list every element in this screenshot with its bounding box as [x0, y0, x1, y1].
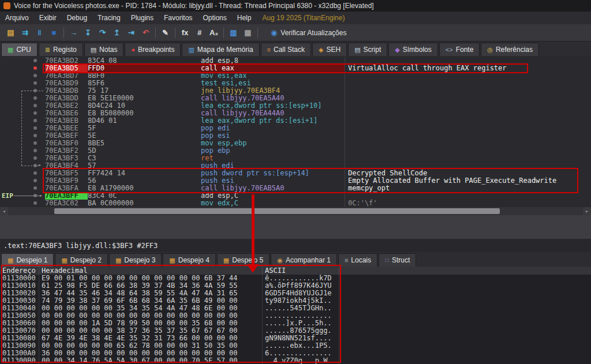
scroll-left-icon[interactable]: ◂ — [0, 207, 8, 215]
tab-breakpoints[interactable]: ●Breakpoints — [125, 43, 181, 56]
calculator-icon[interactable]: ▦ — [241, 26, 255, 40]
open-file-icon[interactable]: ▤ — [3, 26, 18, 40]
dump-tab-despejo-1[interactable]: ▦Despejo 1 — [1, 253, 54, 267]
stop-icon[interactable]: ■ — [47, 26, 61, 40]
step-back-icon[interactable]: ↶ — [139, 26, 153, 40]
disasm-comment — [345, 87, 591, 95]
dump-ascii: ..4.vZZ0g...p_W. — [263, 357, 339, 364]
breakpoint-dot[interactable] — [33, 179, 37, 182]
breakpoint-dot[interactable] — [33, 74, 37, 77]
disasm-comment — [345, 57, 591, 65]
dump-tab-label: Despejo 5 — [232, 256, 263, 264]
menu-plugins[interactable]: Plugins — [126, 14, 159, 22]
dump-tab-despejo-2[interactable]: ▦Despejo 2 — [55, 253, 107, 267]
breakpoint-dot[interactable] — [33, 141, 37, 145]
font-icon[interactable]: A₂ — [207, 26, 221, 40]
check-updates-button[interactable]: ◉ Verificar Atualizações — [266, 28, 351, 37]
breakpoint-dot[interactable] — [33, 194, 37, 197]
tab-script[interactable]: ▤Script — [348, 43, 387, 56]
menu-favoritos[interactable]: Favoritos — [159, 14, 197, 22]
disasm-bytes: 83C4 08 — [88, 57, 201, 65]
menu-exibir[interactable]: Exibir — [34, 14, 62, 22]
breakpoint-dot[interactable] — [33, 104, 37, 107]
scrollbar-track[interactable] — [8, 207, 583, 215]
menu-help[interactable]: Help — [232, 14, 257, 22]
restart-icon[interactable]: ⇉ — [18, 26, 32, 40]
tab-seh[interactable]: ◈SEH — [312, 43, 347, 56]
disasm-gutter — [0, 162, 45, 170]
dump-header-address: Endereço — [0, 267, 39, 275]
tab-fonte[interactable]: <>Fonte — [439, 43, 480, 56]
disasm-instruction: pop ebp — [201, 147, 345, 155]
step-into-icon[interactable]: ↧ — [81, 26, 95, 40]
menu-tracing[interactable]: Tracing — [92, 14, 126, 22]
database-icon[interactable]: ▥ — [226, 26, 241, 40]
breakpoint-dot[interactable] — [33, 81, 37, 85]
tab-registo[interactable]: ≣Registo — [39, 43, 83, 56]
tab-call-stack[interactable]: ≡Call Stack — [261, 43, 311, 56]
disasm-row[interactable]: 70EA3C02BA 0C000000mov edx,C0C:'\f' — [0, 200, 591, 207]
breakpoint-dot[interactable] — [33, 134, 37, 137]
disasm-gutter — [0, 177, 45, 185]
breakpoint-dot[interactable] — [33, 164, 37, 167]
build-info: Aug 19 2025 (TitanEngine) — [262, 14, 345, 22]
horizontal-scrollbar[interactable]: ◂ ▸ — [0, 207, 591, 215]
fx-icon[interactable]: fx — [178, 26, 192, 40]
dump-tab-locais[interactable]: ≡Locais — [338, 253, 377, 267]
breakpoint-dot[interactable] — [33, 89, 37, 92]
dump-rows: 01130000E9 00 01 00 00 00 00 00 00 00 00… — [0, 275, 591, 364]
dump-tab-despejo-4[interactable]: ▦Despejo 4 — [163, 253, 215, 267]
breakpoint-dot[interactable] — [33, 186, 37, 190]
tab-simbolos[interactable]: ◆Símbolos — [388, 43, 438, 56]
tab-notas[interactable]: ▤Notas — [84, 43, 124, 56]
dump-tab-label: Locais — [351, 256, 371, 264]
dump-tab-despejo-3[interactable]: ▦Despejo 3 — [109, 253, 162, 267]
menu-options[interactable]: Options — [197, 14, 231, 22]
scrollbar-thumb[interactable] — [54, 208, 500, 214]
tab-label: CPU — [16, 46, 31, 54]
tab-cpu[interactable]: ▦CPU — [1, 43, 38, 56]
menu-arquivo[interactable]: Arquivo — [0, 14, 34, 22]
update-label: Verificar Atualizações — [280, 29, 346, 37]
disasm-bytes: 5E — [88, 132, 201, 140]
patch-icon[interactable]: ✎ — [158, 26, 173, 40]
step-out-icon[interactable]: ↥ — [110, 26, 124, 40]
tab-referencias[interactable]: ◎Referências — [481, 43, 539, 56]
run-icon[interactable]: → — [66, 26, 81, 40]
dump-tab-acompanhar-1[interactable]: ◉Acompanhar 1 — [271, 253, 337, 267]
breakpoint-dot[interactable] — [33, 59, 37, 62]
step-over-icon[interactable]: ↷ — [95, 26, 110, 40]
disasm-gutter — [0, 110, 45, 117]
toolbar-separator — [223, 28, 224, 38]
breakpoint-dot[interactable] — [33, 156, 37, 160]
dump-tab-label: Despejo 2 — [70, 256, 102, 264]
disasm-bytes: BA 0C000000 — [88, 200, 201, 207]
disasm-bytes: C3 — [88, 155, 201, 162]
dump-tab-label: Struct — [392, 256, 410, 264]
scroll-right-icon[interactable]: ▸ — [583, 207, 591, 215]
dump-icon: ▦ — [115, 257, 121, 264]
dump-tab-struct[interactable]: ∷Struct — [379, 253, 416, 267]
dump-tab-despejo-5[interactable]: ▦Despejo 5 — [217, 253, 270, 267]
breakpoint-dot[interactable] — [33, 119, 37, 122]
breakpoint-dot[interactable] — [33, 96, 37, 100]
dump-row[interactable]: 011300B000 00 34 14 76 5A 5A 30 67 00 00… — [0, 357, 591, 364]
tab-label: Call Stack — [274, 46, 305, 54]
disasm-gutter — [0, 65, 45, 72]
breakpoint-dot[interactable] — [33, 66, 37, 70]
dump-icon: ▦ — [223, 257, 229, 264]
disasm-comment — [345, 110, 591, 117]
breakpoint-dot[interactable] — [33, 111, 37, 115]
watch-icon: ◉ — [277, 257, 283, 264]
tab-mapa-de-memoria[interactable]: ▥Mapa de Memória — [182, 43, 259, 56]
hash-icon[interactable]: # — [192, 26, 207, 40]
breakpoint-dot[interactable] — [33, 126, 37, 130]
pause-icon[interactable]: ‖ — [32, 26, 47, 40]
struct-icon: ∷ — [385, 257, 389, 264]
run-to-cursor-icon[interactable]: ⇥ — [124, 26, 139, 40]
menu-debug[interactable]: Debug — [62, 14, 92, 22]
dump-tab-label: Despejo 1 — [16, 256, 47, 264]
breakpoint-dot[interactable] — [33, 149, 37, 152]
breakpoint-dot[interactable] — [33, 171, 37, 175]
breakpoint-dot[interactable] — [33, 201, 37, 205]
